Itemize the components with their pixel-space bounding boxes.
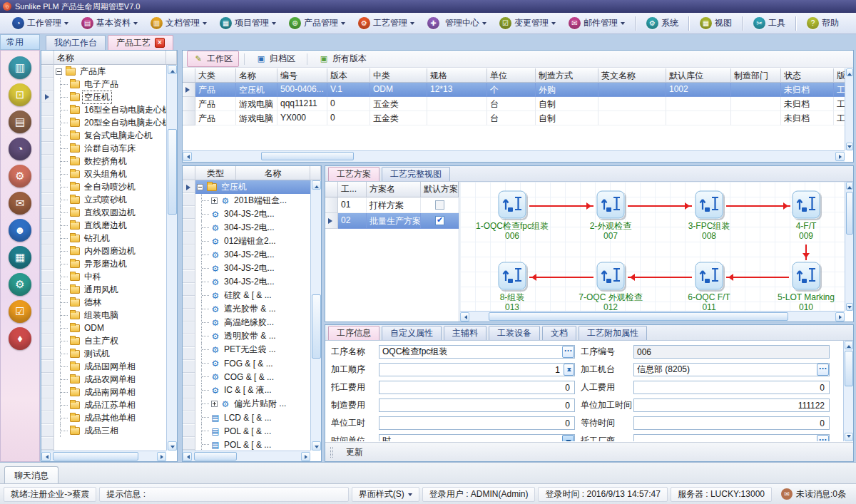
close-icon[interactable] xyxy=(155,38,165,48)
menu-system[interactable]: 系统 xyxy=(640,15,685,31)
table-horizontal-scrollbar[interactable] xyxy=(183,150,845,162)
tree-item[interactable]: 自主产权 xyxy=(54,334,166,347)
tree-item[interactable]: 直线磨边机 xyxy=(54,219,166,232)
unit-hours-input[interactable] xyxy=(379,416,575,430)
scroll-thumb[interactable] xyxy=(845,351,853,386)
component-item[interactable]: 遮光胶带 & ... xyxy=(195,302,310,316)
expand-icon[interactable] xyxy=(211,197,218,204)
tree-root[interactable]: 产品库 xyxy=(54,65,166,78)
column-header[interactable]: 工... xyxy=(338,182,367,197)
menu-tools[interactable]: 工具 xyxy=(747,15,792,31)
spinner-icon[interactable] xyxy=(564,364,574,376)
tree-item-selected[interactable]: 空压机 xyxy=(54,91,166,103)
sequence-stepper[interactable] xyxy=(379,363,575,376)
tree-item[interactable]: 直线双圆边机 xyxy=(54,206,166,219)
scroll-thumb[interactable] xyxy=(846,192,853,235)
flow-node-ft[interactable]: 4-F/T 009 xyxy=(760,190,845,241)
component-horizontal-scrollbar[interactable] xyxy=(183,451,310,461)
column-header[interactable]: 方案名 xyxy=(367,182,421,197)
tab-process-plan[interactable]: 工艺方案 xyxy=(328,167,379,181)
tab-process-extra-attributes[interactable]: 工艺附加属性 xyxy=(579,326,647,340)
tree-item[interactable]: 洽群自动车床 xyxy=(54,142,166,155)
component-item[interactable]: 304-JS-2电... xyxy=(195,262,310,275)
time-gear-icon[interactable] xyxy=(9,165,31,187)
lookup-dots-icon[interactable] xyxy=(817,435,829,441)
column-header[interactable]: 制造方式 xyxy=(536,68,598,83)
menu-document-management[interactable]: 文档管理 xyxy=(144,15,213,31)
tree-item[interactable]: 通用风机 xyxy=(54,283,166,296)
contacts-icon[interactable] xyxy=(9,219,31,242)
menu-work-management[interactable]: 工作管理 xyxy=(6,15,75,31)
table-vertical-scrollbar[interactable] xyxy=(845,68,853,150)
tree-item[interactable]: 成品南网单相 xyxy=(54,386,166,398)
component-item[interactable]: 硅胶 & [ & ... xyxy=(195,289,310,302)
column-header[interactable]: 名称 xyxy=(236,68,277,83)
collapse-icon[interactable] xyxy=(197,184,203,190)
flow-vertical-scrollbar[interactable] xyxy=(845,182,853,311)
tab-documents[interactable]: 文档 xyxy=(542,326,576,340)
column-header[interactable]: 大类 xyxy=(195,68,236,83)
operation-number-input[interactable] xyxy=(633,345,830,359)
component-item[interactable]: 304-JS-2电... xyxy=(195,248,310,262)
column-header[interactable]: 版本 xyxy=(327,68,370,83)
menu-change-management[interactable]: 变更管理 xyxy=(493,15,562,31)
tree-item[interactable]: 德林 xyxy=(54,296,166,309)
scroll-up-icon[interactable] xyxy=(846,68,853,76)
tree-item[interactable]: 异形磨边机 xyxy=(54,257,166,270)
scroll-left-icon[interactable] xyxy=(183,152,192,161)
outsource-cost-input[interactable] xyxy=(379,381,575,394)
tab-operation-info[interactable]: 工序信息 xyxy=(328,326,379,340)
column-header[interactable]: 单位 xyxy=(487,68,536,83)
component-item[interactable]: PET无尘袋 ... xyxy=(195,343,310,356)
flow-node-assembly[interactable]: 8-组装 013 xyxy=(466,262,559,311)
scroll-thumb[interactable] xyxy=(53,452,138,461)
plan-row[interactable]: 01 打样方案 xyxy=(325,197,459,213)
flow-node-fpc-assembly[interactable]: 3-FPC组装 008 xyxy=(663,190,755,241)
vendor-input[interactable] xyxy=(633,434,830,441)
chat-messages-tab[interactable]: 聊天消息 xyxy=(4,466,58,484)
component-item[interactable]: POL & [ & ... xyxy=(195,424,310,438)
scroll-left-icon[interactable] xyxy=(183,452,192,461)
unit-process-time-input[interactable] xyxy=(633,398,830,412)
form-vertical-scrollbar[interactable] xyxy=(843,341,853,441)
archive-icon[interactable] xyxy=(9,56,31,79)
tab-process-full-view[interactable]: 工艺完整视图 xyxy=(382,167,450,181)
schedule-gear-icon[interactable] xyxy=(9,138,31,160)
component-vertical-scrollbar[interactable] xyxy=(310,180,321,451)
column-header[interactable]: 制造部门 xyxy=(731,68,781,83)
tree-item[interactable]: 双头组角机 xyxy=(54,168,166,180)
flow-node-lot-marking[interactable]: 5-LOT Marking 010 xyxy=(760,262,845,311)
task-gear-icon[interactable] xyxy=(9,300,31,323)
tree-item[interactable]: 20型全自动电脑走心机 xyxy=(54,116,166,129)
component-root-selected[interactable]: 空压机 xyxy=(195,180,310,194)
component-item[interactable]: 201B端钮盒... xyxy=(195,194,310,207)
column-header[interactable]: 版本 xyxy=(834,68,845,83)
component-item[interactable]: IC & [ & 液... xyxy=(195,384,310,397)
toolbar-grip[interactable] xyxy=(330,447,333,458)
tree-item[interactable]: 电子产品 xyxy=(54,78,166,91)
tab-tooling[interactable]: 工装设备 xyxy=(489,326,540,340)
tree-item[interactable]: 中科 xyxy=(54,270,166,283)
tree-item[interactable]: 成品其他单相 xyxy=(54,411,166,424)
workbench-icon[interactable] xyxy=(9,83,31,106)
scroll-up-icon[interactable] xyxy=(846,182,853,190)
tree-item[interactable]: 内外圆磨边机 xyxy=(54,245,166,257)
column-header[interactable]: 中类 xyxy=(370,68,427,83)
column-header-type[interactable]: 类型 xyxy=(195,166,236,180)
component-item[interactable]: 偏光片贴附 ... xyxy=(195,397,310,411)
tree-item[interactable]: 成品三相 xyxy=(54,424,166,437)
tree-vertical-scrollbar[interactable] xyxy=(166,65,177,451)
machine-input[interactable] xyxy=(633,363,830,376)
scroll-down-icon[interactable] xyxy=(845,433,853,441)
scroll-thumb[interactable] xyxy=(261,152,354,160)
scroll-left-icon[interactable] xyxy=(460,312,469,322)
column-header[interactable]: 默认方案 xyxy=(421,182,459,197)
workspace-button[interactable]: 工作区 xyxy=(187,51,239,67)
menu-help[interactable]: 帮助 xyxy=(800,15,845,31)
component-item[interactable]: 透明胶带 & ... xyxy=(195,329,310,343)
table-row[interactable]: 产品 游戏电脑 qqq11211 0 五金类 台 自制 未归档 工作 xyxy=(183,97,845,111)
tree-item[interactable]: 成品国网单相 xyxy=(54,360,166,373)
lookup-dots-icon[interactable] xyxy=(562,346,574,358)
collapse-icon[interactable] xyxy=(56,68,62,75)
column-header[interactable]: 规格 xyxy=(427,68,487,83)
